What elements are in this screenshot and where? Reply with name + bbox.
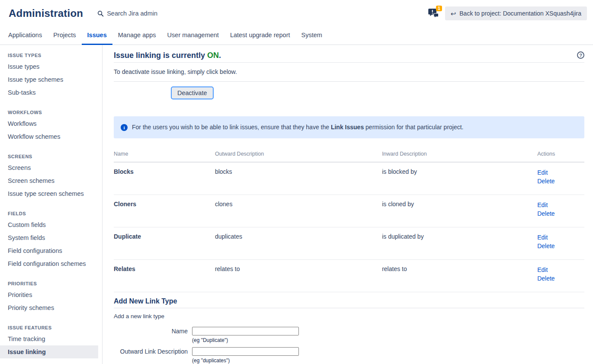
deactivate-hint: To deactivate issue linking, simply clic… [114,68,584,75]
add-new-link-type-heading: Add New Link Type [114,297,584,308]
outward-description: relates to [215,260,382,292]
sidebar-item-workflows[interactable]: Workflows [0,117,98,130]
edit-link[interactable]: Edit [537,168,584,177]
sidebar: ISSUE TYPES Issue types Issue type schem… [0,45,103,364]
nav-tab-system[interactable]: System [296,27,328,45]
nav-tab-manage-apps[interactable]: Manage apps [112,27,162,45]
table-row: Duplicate duplicates is duplicated by Ed… [114,227,584,260]
admin-nav: Applications Projects Issues Manage apps… [0,27,593,45]
notification-badge: 1 [436,6,442,11]
sidebar-heading-issue-features: ISSUE FEATURES [0,314,102,332]
sidebar-item-screens[interactable]: Screens [0,161,98,174]
name-field-label: Name [114,327,192,343]
info-banner-text: For the users you wish to be able to lin… [132,124,464,131]
column-header-inward: Inward Description [382,148,537,162]
admin-search[interactable] [97,10,180,17]
sidebar-item-issue-linking[interactable]: Issue linking [0,345,98,358]
table-row: Relates relates to relates to Edit Delet… [114,260,584,292]
outward-field-hint: (eg "duplicates") [192,358,299,364]
edit-link[interactable]: Edit [537,265,584,274]
sidebar-item-priorities[interactable]: Priorities [0,288,98,301]
info-icon: i [121,124,128,131]
deactivate-button[interactable]: Deactivate [171,86,214,99]
nav-tab-user-management[interactable]: User management [162,27,224,45]
delete-link[interactable]: Delete [537,242,584,250]
column-header-name: Name [114,148,215,162]
status-title: Issue linking is currently ON. [114,51,221,60]
link-type-name: Duplicate [114,227,215,260]
link-type-name: Blocks [114,162,215,195]
table-row: Cloners clones is cloned by Edit Delete [114,195,584,227]
delete-link[interactable]: Delete [537,209,584,218]
info-text-bold: Link Issues [331,124,364,131]
sidebar-item-issue-type-screen-schemes[interactable]: Issue type screen schemes [0,187,98,200]
status-title-text: Issue linking is currently [114,51,207,60]
outward-description: duplicates [215,227,382,260]
sidebar-item-issue-type-schemes[interactable]: Issue type schemes [0,73,98,86]
page-title: Administration [9,7,83,19]
back-arrow-icon: ↩ [451,10,456,17]
sidebar-item-time-tracking[interactable]: Time tracking [0,332,98,345]
sidebar-item-workflow-schemes[interactable]: Workflow schemes [0,130,98,143]
outward-description-input[interactable] [192,347,299,356]
status-title-period: . [219,51,221,60]
info-text-after: permission for that particular project. [364,124,463,131]
issue-linking-panel: Issue linking is currently ON. ? To deac… [103,45,593,364]
name-field-row: Name (eg "Duplicate") [114,327,584,343]
link-name-input[interactable] [192,327,299,335]
link-types-table: Name Outward Description Inward Descript… [114,148,584,292]
sidebar-item-screen-schemes[interactable]: Screen schemes [0,174,98,187]
divider [114,81,584,82]
sidebar-heading-priorities: PRIORITIES [0,270,102,288]
nav-tab-applications[interactable]: Applications [3,27,48,45]
edit-link[interactable]: Edit [537,233,584,242]
outward-field-label: Outward Link Description [114,347,192,364]
sidebar-item-priority-schemes[interactable]: Priority schemes [0,301,98,314]
admin-header: Administration 1 ↩ [0,0,593,27]
column-header-outward: Outward Description [215,148,382,162]
search-input[interactable] [107,10,180,17]
add-new-link-type-description: Add a new link type [114,313,584,319]
sidebar-item-system-fields[interactable]: System fields [0,231,98,244]
sidebar-item-field-configuration-schemes[interactable]: Field configuration schemes [0,257,98,270]
info-banner: i For the users you wish to be able to l… [114,116,584,138]
status-on-value: ON [207,51,219,60]
nav-tab-issues[interactable]: Issues [82,27,112,45]
link-type-name: Cloners [114,195,215,227]
inward-description: relates to [382,260,537,292]
back-to-project-label: Back to project: Documentation XSquash4j… [459,10,581,17]
name-field-hint: (eg "Duplicate") [192,337,299,343]
delete-link[interactable]: Delete [537,274,584,283]
nav-tab-latest-upgrade-report[interactable]: Latest upgrade report [224,27,296,45]
edit-link[interactable]: Edit [537,201,584,209]
search-icon [97,10,104,17]
delete-link[interactable]: Delete [537,177,584,185]
table-header-row: Name Outward Description Inward Descript… [114,148,584,162]
inward-description: is cloned by [382,195,537,227]
info-text-before: For the users you wish to be able to lin… [132,124,331,131]
back-to-project-button[interactable]: ↩ Back to project: Documentation XSquash… [445,6,587,20]
outward-description: blocks [215,162,382,195]
link-type-name: Relates [114,260,215,292]
sidebar-item-field-configurations[interactable]: Field configurations [0,244,98,257]
sidebar-heading-workflows: WORKFLOWS [0,99,102,117]
sidebar-item-custom-fields[interactable]: Custom fields [0,218,98,231]
sidebar-heading-issue-types: ISSUE TYPES [0,47,102,60]
nav-tab-projects[interactable]: Projects [48,27,81,45]
inward-description: is duplicated by [382,227,537,260]
column-header-actions: Actions [537,148,584,162]
sidebar-heading-screens: SCREENS [0,143,102,161]
sidebar-heading-fields: FIELDS [0,200,102,218]
table-row: Blocks blocks is blocked by Edit Delete [114,162,584,195]
outward-field-row: Outward Link Description (eg "duplicates… [114,347,584,364]
help-icon[interactable]: ? [577,51,584,59]
sidebar-item-sub-tasks[interactable]: Sub-tasks [0,86,98,99]
inward-description: is blocked by [382,162,537,195]
outward-description: clones [215,195,382,227]
sidebar-item-issue-types[interactable]: Issue types [0,60,98,73]
notifications-button[interactable]: 1 [428,7,441,19]
